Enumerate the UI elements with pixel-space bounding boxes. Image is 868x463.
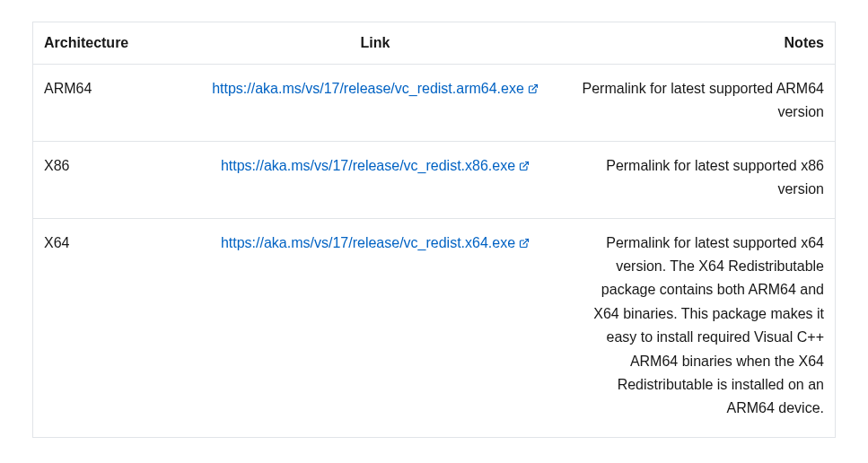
- column-header-notes: Notes: [570, 22, 836, 65]
- architecture-cell: X64: [33, 218, 181, 437]
- table-row: X86 https://aka.ms/vs/17/release/vc_redi…: [33, 141, 836, 218]
- architecture-cell: ARM64: [33, 65, 181, 142]
- external-link-icon: [528, 78, 539, 101]
- download-link-x64[interactable]: https://aka.ms/vs/17/release/vc_redist.x…: [221, 235, 530, 250]
- page-container: Architecture Link Notes ARM64 https://ak…: [0, 0, 868, 459]
- external-link-icon: [519, 155, 530, 179]
- download-link-x86[interactable]: https://aka.ms/vs/17/release/vc_redist.x…: [221, 158, 530, 173]
- download-link-text: https://aka.ms/vs/17/release/vc_redist.a…: [212, 81, 524, 96]
- download-link-arm64[interactable]: https://aka.ms/vs/17/release/vc_redist.a…: [212, 81, 539, 96]
- external-link-icon: [519, 232, 530, 256]
- download-link-text: https://aka.ms/vs/17/release/vc_redist.x…: [221, 158, 515, 173]
- table-row: X64 https://aka.ms/vs/17/release/vc_redi…: [33, 218, 836, 437]
- svg-line-1: [523, 162, 529, 167]
- link-cell: https://aka.ms/vs/17/release/vc_redist.x…: [180, 218, 570, 437]
- link-cell: https://aka.ms/vs/17/release/vc_redist.a…: [180, 65, 570, 142]
- column-header-architecture: Architecture: [33, 22, 181, 65]
- svg-line-0: [532, 85, 538, 91]
- table-body: ARM64 https://aka.ms/vs/17/release/vc_re…: [33, 65, 836, 438]
- notes-cell: Permalink for latest supported ARM64 ver…: [570, 65, 836, 142]
- table-row: ARM64 https://aka.ms/vs/17/release/vc_re…: [33, 65, 836, 142]
- downloads-table: Architecture Link Notes ARM64 https://ak…: [32, 22, 836, 438]
- table-header: Architecture Link Notes: [33, 22, 836, 65]
- architecture-cell: X86: [33, 141, 181, 218]
- svg-line-2: [523, 239, 529, 244]
- notes-cell: Permalink for latest supported x64 versi…: [570, 218, 836, 437]
- column-header-link: Link: [180, 22, 570, 65]
- download-link-text: https://aka.ms/vs/17/release/vc_redist.x…: [221, 235, 515, 250]
- link-cell: https://aka.ms/vs/17/release/vc_redist.x…: [180, 141, 570, 218]
- notes-cell: Permalink for latest supported x86 versi…: [570, 141, 836, 218]
- table-header-row: Architecture Link Notes: [33, 22, 836, 65]
